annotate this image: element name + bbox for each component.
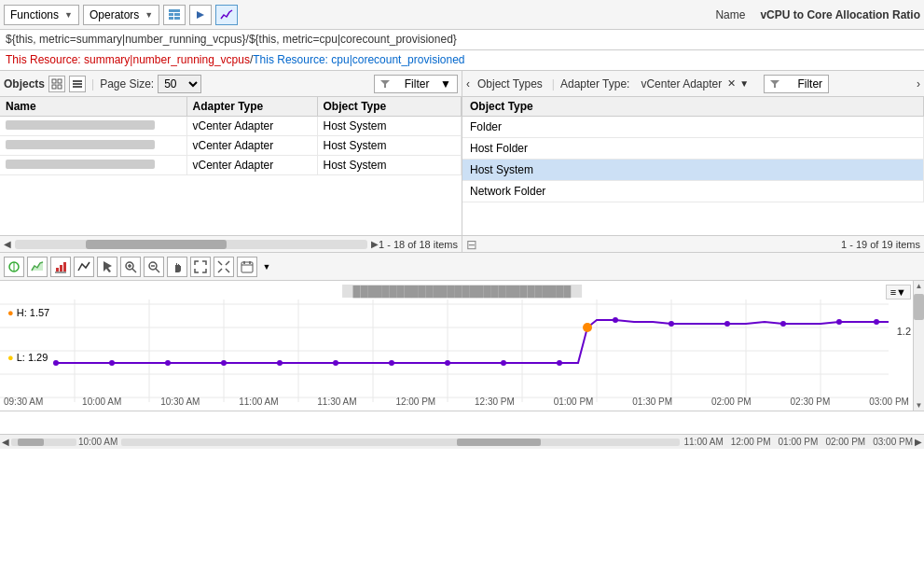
svg-point-60: [613, 317, 618, 323]
x-label-0100: 01:00 PM: [554, 397, 594, 407]
stacked-btn[interactable]: [50, 257, 71, 277]
list-item[interactable]: Host Folder: [462, 138, 924, 160]
area-chart-btn[interactable]: [27, 257, 48, 277]
calendar-btn[interactable]: [237, 257, 257, 277]
svg-rect-1: [169, 13, 173, 16]
chart-btn[interactable]: [215, 5, 238, 25]
filter-btn[interactable]: Filter ▼: [374, 75, 458, 93]
dropdown-arrow-btn[interactable]: ▼: [260, 257, 273, 277]
svg-marker-21: [103, 261, 112, 272]
list-item[interactable]: Network Folder: [462, 181, 924, 202]
filter-right-icon: [770, 79, 779, 89]
page-size-label: Page Size:: [100, 77, 154, 91]
operators-dropdown[interactable]: Operators ▼: [83, 5, 159, 25]
bottom-main-thumb: [457, 439, 541, 446]
hand-icon: [171, 260, 184, 273]
clear-adapter-btn[interactable]: ✕: [727, 77, 736, 90]
x-label-0230: 02:30 PM: [791, 397, 831, 407]
svg-point-56: [445, 360, 450, 366]
chart-container: ██████████████████████████████ ≡▼ ● H: 1…: [0, 281, 924, 434]
list-view-btn[interactable]: [69, 76, 86, 92]
chart-svg: [0, 281, 900, 411]
formula-area[interactable]: ${this, metric=summary|number_running_vc…: [0, 30, 924, 50]
cursor-icon: [101, 260, 114, 273]
grid-view-btn[interactable]: [48, 76, 65, 92]
line-btn[interactable]: [74, 257, 94, 277]
high-dot: ●: [7, 307, 14, 318]
svg-rect-12: [73, 86, 82, 88]
cell-adapter: vCenter Adapter: [186, 136, 317, 156]
tab-object-types[interactable]: Object Types: [474, 77, 546, 91]
svg-point-64: [836, 319, 842, 325]
scroll-track[interactable]: [15, 240, 367, 249]
filter-right-btn[interactable]: Filter: [764, 75, 829, 93]
cell-type: Host System: [317, 117, 462, 136]
right-split-icon: ⊟: [466, 237, 477, 252]
scroll-left-btn[interactable]: ◀: [4, 239, 11, 249]
cursor-btn[interactable]: [97, 257, 117, 277]
functions-label: Functions: [10, 8, 59, 21]
table-row[interactable]: vCenter Adapter Host System: [0, 156, 462, 175]
bottom-section: ██████████████████████████████ ≡▼ ● H: 1…: [0, 281, 924, 449]
scroll-down-btn[interactable]: ▼: [914, 401, 924, 410]
prev-btn[interactable]: ‹: [466, 77, 470, 91]
horizontal-scrollbar[interactable]: ◀ ▶ 1 - 18 of 18 items: [0, 235, 462, 252]
svg-point-61: [669, 321, 674, 327]
chart-stats: ● H: 1.57: [7, 307, 49, 318]
scroll-right2[interactable]: ▶: [915, 437, 922, 447]
table-row[interactable]: vCenter Adapter Host System: [0, 117, 462, 136]
cell-name: [0, 117, 186, 136]
functions-arrow: ▼: [64, 10, 73, 20]
left-panel-toolbar: Objects | Page Size: 50: [0, 71, 462, 97]
time-label-1000: 10:00 AM: [78, 437, 117, 447]
low-dot: ●: [7, 352, 14, 363]
bottom-left-track[interactable]: [11, 439, 76, 446]
filter-label: Filter: [405, 77, 430, 91]
functions-dropdown[interactable]: Functions ▼: [4, 5, 79, 25]
table-row[interactable]: vCenter Adapter Host System: [0, 136, 462, 156]
operators-label: Operators: [90, 8, 139, 21]
scroll-left2[interactable]: ◀: [2, 437, 9, 447]
scroll-up-btn[interactable]: ▲: [914, 281, 924, 290]
bottom-scrollbar[interactable]: ◀ 10:00 AM 11:00 AM 12:00 PM 01:00 PM 02…: [0, 434, 924, 449]
svg-rect-18: [60, 265, 62, 272]
chart-menu-btn[interactable]: ≡▼: [886, 285, 911, 299]
time-label-1100: 11:00 AM: [683, 437, 723, 447]
right-scrollbar[interactable]: ▲ ▼: [913, 281, 924, 411]
right-items-bar: ⊟ 1 - 19 of 19 items: [462, 235, 924, 252]
time-label-0300b: 03:00 PM: [873, 437, 913, 447]
high-value: H: 1.57: [17, 307, 49, 318]
table-icon-btn[interactable]: [163, 5, 186, 25]
svg-point-65: [874, 319, 879, 325]
objects-section: Objects | Page Size: 50: [0, 71, 924, 253]
bottom-main-track[interactable]: [121, 439, 680, 446]
expand-btn[interactable]: [190, 257, 211, 277]
x-label-0130: 01:30 PM: [632, 397, 672, 407]
list-item[interactable]: Folder: [462, 117, 924, 138]
svg-point-53: [277, 360, 283, 366]
bottom-left-thumb: [18, 439, 44, 446]
svg-marker-13: [380, 80, 390, 88]
object-types-table: Object Type FolderHost FolderHost System…: [462, 97, 924, 202]
time-label-1200: 12:00 PM: [731, 437, 771, 447]
chart-title: ██████████████████████████████: [342, 285, 583, 298]
zoom-in-btn[interactable]: [120, 257, 141, 277]
right-panel: ‹ Object Types | Adapter Type: vCenter A…: [462, 71, 924, 252]
page-size-select[interactable]: 50 100 200: [158, 75, 201, 93]
svg-point-57: [501, 360, 506, 366]
x-label-1000: 10:00 AM: [82, 397, 121, 407]
down-btn[interactable]: ▼: [739, 78, 749, 89]
zoom-out-btn[interactable]: [144, 257, 164, 277]
list-item[interactable]: Host System: [462, 160, 924, 181]
cell-name: [0, 156, 186, 175]
arrow-btn[interactable]: [189, 5, 212, 25]
scroll-right-btn[interactable]: ▶: [371, 239, 379, 249]
expand-icon: [194, 260, 207, 273]
hand-btn[interactable]: [167, 257, 187, 277]
scroll-thumb: [86, 240, 227, 249]
list-icon: [72, 78, 83, 90]
col-object-type: Object Type: [462, 97, 924, 117]
wave-btn[interactable]: [4, 257, 24, 277]
next-btn[interactable]: ›: [917, 77, 920, 91]
collapse-btn[interactable]: [214, 257, 234, 277]
